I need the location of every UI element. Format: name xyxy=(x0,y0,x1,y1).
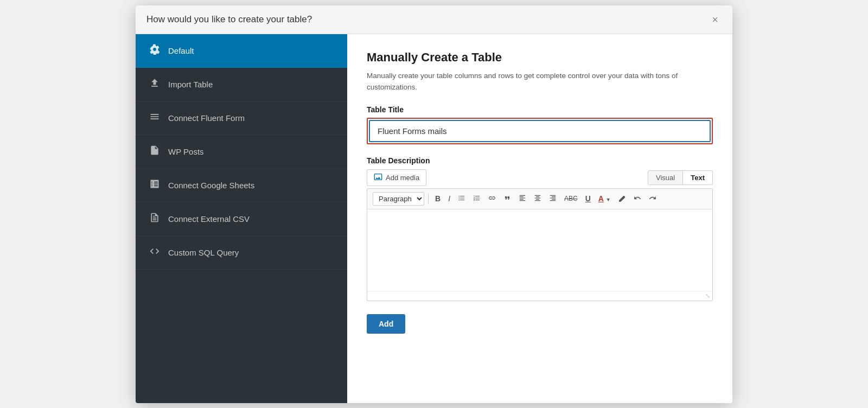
eraser-button[interactable] xyxy=(616,193,629,205)
ordered-list-button[interactable] xyxy=(470,193,483,205)
strikethrough-button[interactable]: ABC xyxy=(561,193,580,204)
add-media-label: Add media xyxy=(386,174,419,182)
table-desc-label: Table Description xyxy=(367,156,713,165)
sidebar-item-external-csv[interactable]: Connect External CSV xyxy=(136,202,347,236)
modal-body: Default Import Table Connect Fluent Form xyxy=(136,34,732,403)
blockquote-button[interactable] xyxy=(501,193,514,205)
align-center-button[interactable] xyxy=(531,193,544,205)
post-icon xyxy=(149,145,161,158)
code-icon xyxy=(149,246,161,259)
gear-icon xyxy=(149,44,161,58)
media-icon xyxy=(374,173,382,183)
add-media-button[interactable]: Add media xyxy=(367,169,426,186)
modal-close-button[interactable]: × xyxy=(709,13,722,26)
main-content: Manually Create a Table Manually create … xyxy=(347,34,732,403)
align-right-button[interactable] xyxy=(546,193,559,205)
redo-button[interactable] xyxy=(646,193,659,205)
sidebar-item-wp-posts[interactable]: WP Posts xyxy=(136,135,347,169)
sidebar-item-import-label: Import Table xyxy=(168,80,213,89)
sidebar-item-default[interactable]: Default xyxy=(136,34,347,68)
modal-header: How would you like to create your table?… xyxy=(136,5,732,34)
format-select[interactable]: Paragraph Heading 1 Heading 2 xyxy=(373,192,424,206)
table-title-input[interactable] xyxy=(369,120,711,142)
main-description: Manually create your table columns and r… xyxy=(367,70,713,93)
sidebar-item-sheets-label: Connect Google Sheets xyxy=(168,181,254,190)
sidebar-item-import-table[interactable]: Import Table xyxy=(136,68,347,101)
tab-visual[interactable]: Visual xyxy=(648,170,683,185)
align-left-button[interactable] xyxy=(516,193,529,205)
sidebar-item-sql-label: Custom SQL Query xyxy=(168,248,239,257)
wysiwyg-editor: Paragraph Heading 1 Heading 2 B I xyxy=(367,188,713,301)
wysiwyg-toolbar: Paragraph Heading 1 Heading 2 B I xyxy=(367,189,712,209)
table-title-red-border xyxy=(367,118,713,144)
sidebar: Default Import Table Connect Fluent Form xyxy=(136,34,347,403)
table-description-field: Table Description Add media Visual Text xyxy=(367,156,713,301)
sidebar-item-default-label: Default xyxy=(168,46,194,55)
modal-header-title: How would you like to create your table? xyxy=(146,14,312,25)
wysiwyg-content-area[interactable] xyxy=(367,209,712,291)
unordered-list-button[interactable] xyxy=(455,193,468,205)
bold-button[interactable]: B xyxy=(432,193,443,205)
add-button[interactable]: Add xyxy=(367,314,405,334)
modal: How would you like to create your table?… xyxy=(136,5,732,403)
sidebar-item-wp-label: WP Posts xyxy=(168,147,204,156)
sidebar-item-fluent-label: Connect Fluent Form xyxy=(168,113,245,123)
sidebar-item-custom-sql[interactable]: Custom SQL Query xyxy=(136,236,347,270)
table-title-field: Table Title xyxy=(367,105,713,156)
tab-text[interactable]: Text xyxy=(683,170,713,185)
sidebar-item-csv-label: Connect External CSV xyxy=(168,214,250,224)
wysiwyg-resize-handle: ⤡ xyxy=(367,291,712,301)
form-icon xyxy=(149,111,161,125)
toolbar-separator-1 xyxy=(428,194,429,203)
underline-button[interactable]: U xyxy=(583,193,593,205)
link-button[interactable] xyxy=(486,193,499,205)
italic-button[interactable]: I xyxy=(445,193,453,205)
editor-view-tabs: Visual Text xyxy=(648,170,713,185)
sheets-icon xyxy=(149,178,161,192)
main-title: Manually Create a Table xyxy=(367,50,713,65)
undo-button[interactable] xyxy=(631,193,644,205)
upload-icon xyxy=(149,78,161,91)
table-title-label: Table Title xyxy=(367,105,713,114)
font-color-button[interactable]: A ▼ xyxy=(596,193,614,205)
sidebar-item-google-sheets[interactable]: Connect Google Sheets xyxy=(136,169,347,202)
editor-top-bar: Add media Visual Text xyxy=(367,169,713,186)
sidebar-item-connect-fluent-form[interactable]: Connect Fluent Form xyxy=(136,101,347,135)
csv-icon xyxy=(149,212,161,226)
